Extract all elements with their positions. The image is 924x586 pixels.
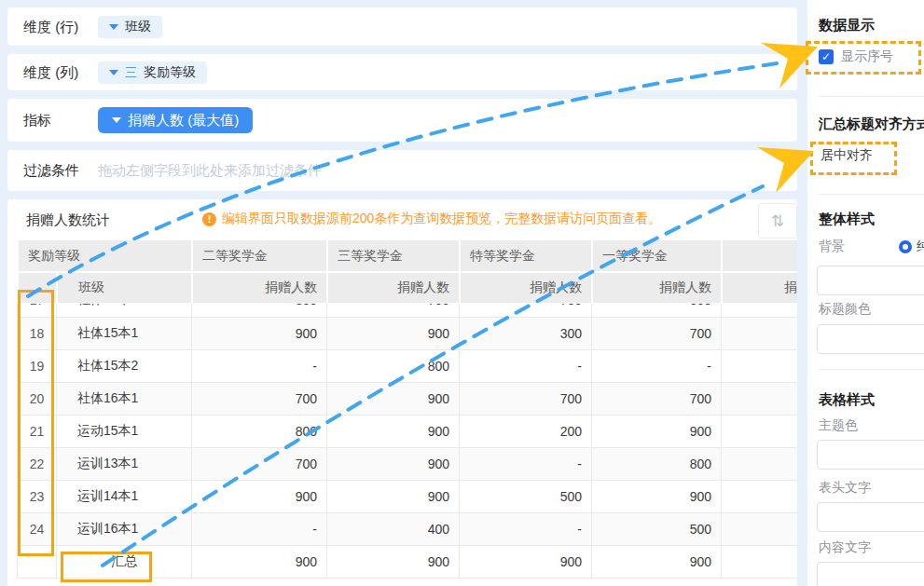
radio-selected-icon[interactable] [899, 240, 912, 253]
show-serial-checkbox-row[interactable]: ✓ 显示序号 [819, 48, 893, 65]
value-cell: 900 [327, 480, 460, 512]
preview-table-card: 捐赠人数统计 ! 编辑界面只取数据源前200条作为查询数据预览，完整数据请访问页… [7, 199, 797, 586]
background-color-input[interactable] [817, 266, 924, 295]
value-cell: 700 [460, 304, 592, 317]
value-cell: 400 [327, 512, 460, 545]
divider [819, 194, 924, 195]
value-cell [722, 512, 798, 545]
data-display-title: 数据显示 [819, 17, 875, 34]
summary-value-cell: 900 [460, 545, 592, 578]
content-text-label: 内容文字 [819, 539, 871, 556]
column-group-header: 三等奖学金 [327, 240, 460, 272]
value-cell: 900 [327, 382, 460, 415]
value-cell: 700 [460, 382, 592, 415]
serial-cell: 18 [18, 317, 57, 349]
value-cell: 700 [592, 317, 722, 349]
filter-card[interactable]: 过滤条件 拖动左侧字段到此处来添加过滤条件 [7, 150, 797, 191]
sort-button[interactable]: ⇅ [758, 203, 797, 238]
corner-header-cell: 奖励等级 [18, 240, 192, 272]
value-cell: - [192, 349, 327, 382]
summary-value-cell: 900 [592, 545, 722, 578]
filter-placeholder: 拖动左侧字段到此处来添加过滤条件 [98, 162, 322, 180]
value-cell: 500 [592, 512, 722, 545]
dimension-row-chip-label: 班级 [125, 19, 151, 35]
table-body-area[interactable]: 17社体14本180070070030018社体15本1900900300700… [17, 304, 797, 580]
theme-color-label: 主题色 [819, 417, 858, 434]
show-serial-label: 显示序号 [841, 48, 893, 65]
table-title: 捐赠人数统计 [26, 211, 110, 229]
value-cell: 800 [192, 304, 327, 317]
header-text-input[interactable] [817, 502, 924, 532]
measure-header: 捐赠人数 [592, 272, 722, 304]
serial-cell [18, 545, 57, 578]
value-cell: 900 [192, 317, 327, 349]
table-row[interactable]: 24运训16本1-400-500 [18, 512, 798, 545]
divider [819, 96, 924, 97]
measure-header: 捐赠人数 [192, 272, 327, 304]
measure-header: 捐赠人数 [722, 272, 797, 304]
class-name-cell: 社体16本1 [57, 382, 192, 415]
header-text-label: 表头文字 [819, 480, 871, 497]
dimension-col-chip-label: 奖励等级 [144, 64, 196, 81]
table-row[interactable]: 20社体16本1700900700700 [18, 382, 798, 415]
table-row[interactable]: 21运动15本1800900200900 [18, 415, 798, 447]
class-name-cell: 运训13本1 [57, 447, 192, 480]
value-cell: 800 [327, 349, 460, 382]
summary-label-cell: 汇总 [57, 545, 192, 578]
background-solid-radio-row[interactable]: 纯色 [899, 238, 924, 255]
metric-label: 指标 [23, 112, 51, 129]
class-name-cell: 运训14本1 [57, 480, 192, 512]
summary-value-cell: 900 [327, 545, 460, 578]
table-row[interactable]: 17社体14本1800700700300 [18, 304, 798, 317]
serial-cell: 21 [18, 415, 57, 447]
dimension-col-label: 维度 (列) [23, 63, 78, 81]
value-cell: 700 [592, 382, 722, 415]
preview-warning: ! 编辑界面只取数据源前200条作为查询数据预览，完整数据请访问页面查看。 [202, 211, 661, 227]
dimension-row-chip[interactable]: 班级 [98, 16, 162, 38]
serial-header-cell [18, 272, 57, 304]
value-cell [722, 480, 798, 512]
table-style-title: 表格样式 [819, 391, 875, 409]
title-color-label: 标题颜色 [819, 301, 871, 318]
header-measure-row: 班级捐赠人数捐赠人数捐赠人数捐赠人数捐赠人数 [18, 272, 797, 304]
column-group-header: 特等奖学金 [460, 240, 592, 272]
table-row[interactable]: 19社体15本2-800-- [18, 349, 798, 382]
value-cell: 900 [192, 480, 327, 512]
theme-color-input[interactable] [817, 440, 924, 470]
summary-value-cell: 900 [192, 545, 327, 578]
value-cell: 500 [460, 480, 592, 512]
value-cell: - [592, 349, 722, 382]
filter-label: 过滤条件 [23, 162, 79, 180]
summary-row[interactable]: 汇总900900900900 [18, 545, 798, 578]
sort-icon: ⇅ [771, 211, 784, 231]
value-cell: 900 [327, 415, 460, 447]
summary-align-select[interactable]: 居中对齐 [821, 147, 873, 164]
measure-header: 捐赠人数 [327, 272, 460, 304]
table-row[interactable]: 23运训14本1900900500900 [18, 480, 798, 512]
warning-text: 编辑界面只取数据源前200条作为查询数据预览，完整数据请访问页面查看。 [222, 211, 661, 227]
dimension-col-chip[interactable]: 三 奖励等级 [98, 61, 207, 84]
value-cell: - [460, 349, 592, 382]
background-label: 背景 [819, 238, 845, 255]
overall-style-title: 整体样式 [819, 211, 875, 228]
value-cell: - [460, 447, 592, 480]
value-cell [722, 304, 798, 317]
value-cell [722, 349, 798, 382]
serial-cell: 22 [18, 447, 57, 480]
summary-value-cell [722, 545, 798, 578]
serial-cell: 20 [18, 382, 57, 415]
row-dimension-header: 班级 [57, 272, 192, 304]
value-cell [722, 317, 798, 349]
class-name-cell: 社体15本2 [57, 349, 192, 382]
table-row[interactable]: 22运训13本1700900-800 [18, 447, 798, 480]
header-group-row: 奖励等级二等奖学金三等奖学金特等奖学金一等奖学金 [18, 240, 797, 272]
checkbox-checked-icon[interactable]: ✓ [819, 49, 834, 64]
value-cell: 800 [192, 415, 327, 447]
metric-chip[interactable]: 捐赠人数 (最大值) [98, 107, 253, 133]
content-text-input[interactable] [817, 562, 924, 586]
table-row[interactable]: 18社体15本1900900300700 [18, 317, 798, 349]
title-color-input[interactable] [817, 324, 924, 354]
dimension-col-card: 维度 (列) 三 奖励等级 [7, 54, 797, 90]
serial-cell: 19 [18, 349, 57, 382]
chevron-down-icon [109, 70, 118, 75]
